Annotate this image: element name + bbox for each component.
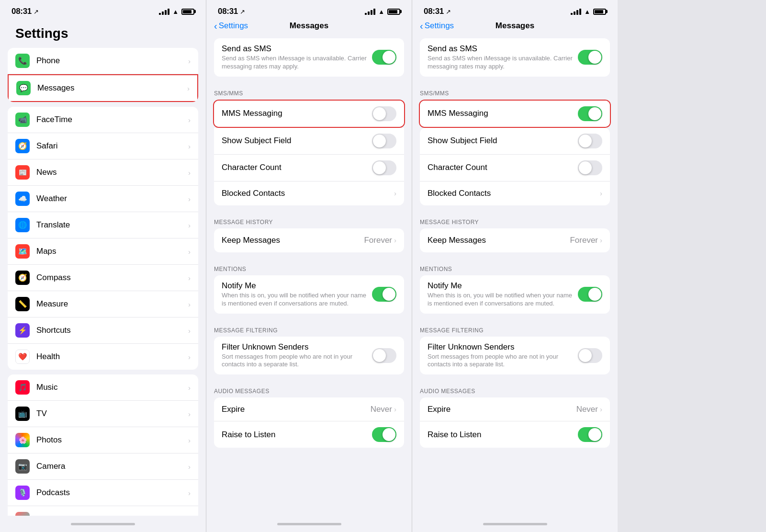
character-count-toggle-2[interactable] — [372, 160, 396, 175]
raise-to-listen-row-3[interactable]: Raise to Listen — [420, 421, 610, 448]
status-icons-2: ▲ — [365, 8, 400, 15]
message-history-group-3: Keep Messages Forever › — [420, 228, 610, 252]
podcasts-chevron-icon: › — [188, 489, 191, 497]
expire-value-3: Never — [576, 405, 598, 414]
safari-chevron-icon: › — [188, 142, 191, 150]
msg-history-label-2: MESSAGE HISTORY — [206, 210, 412, 228]
mms-toggle-3[interactable] — [578, 106, 602, 121]
expire-row-2[interactable]: Expire Never › — [214, 397, 404, 421]
settings-title: Settings — [8, 21, 198, 44]
list-item-measure[interactable]: 📏 Measure › — [8, 291, 198, 317]
msg-history-label-3: MESSAGE HISTORY — [412, 210, 618, 228]
send-as-sms-row-2[interactable]: Send as SMS Send as SMS when iMessage is… — [214, 38, 404, 77]
back-label-2: Settings — [219, 21, 248, 31]
notify-me-row-3[interactable]: Notify Me When this is on, you will be n… — [420, 275, 610, 314]
signal-icon-3 — [571, 9, 581, 15]
battery-icon-3 — [593, 9, 606, 15]
keep-messages-value-2: Forever — [364, 236, 392, 245]
podcasts-icon: 🎙️ — [15, 486, 30, 500]
list-item-health[interactable]: ❤️ Health › — [8, 344, 198, 370]
keep-messages-row-2[interactable]: Keep Messages Forever › — [214, 228, 404, 252]
back-button-3[interactable]: ‹ Settings — [420, 21, 454, 32]
phone-label: Phone — [36, 56, 188, 66]
list-item-shortcuts[interactable]: ⚡ Shortcuts › — [8, 317, 198, 344]
list-item-music[interactable]: 🎵 Music › — [8, 374, 198, 401]
mms-messaging-row-3[interactable]: MMS Messaging — [420, 101, 610, 127]
send-sms-group-3: Send as SMS Send as SMS when iMessage is… — [420, 38, 610, 77]
send-as-sms-toggle-3[interactable] — [578, 50, 602, 65]
filter-unknown-toggle-2[interactable] — [372, 348, 396, 363]
list-item-messages[interactable]: 💬 Messages › — [9, 75, 197, 101]
home-indicator-3 — [412, 516, 618, 532]
audio-group-3: Expire Never › Raise to Listen — [420, 397, 610, 448]
show-subject-toggle-2[interactable] — [372, 134, 396, 148]
expire-chevron-icon-2: › — [394, 405, 396, 413]
notify-me-row-2[interactable]: Notify Me When this is on, you will be n… — [214, 275, 404, 314]
character-count-toggle-3[interactable] — [578, 160, 602, 175]
phone-3: 08:31 ↗ ▲ ‹ Settings Messages Send as SM… — [412, 0, 618, 532]
list-item-gamecenter[interactable]: 🎮 Game Center › — [8, 506, 198, 516]
filter-unknown-row-2[interactable]: Filter Unknown Senders Sort messages fro… — [214, 337, 404, 375]
raise-to-listen-label-3: Raise to Listen — [428, 430, 481, 439]
send-as-sms-row-3[interactable]: Send as SMS Send as SMS when iMessage is… — [420, 38, 610, 77]
send-as-sms-toggle-2[interactable] — [372, 50, 396, 65]
signal-icon-1 — [159, 9, 169, 15]
list-item-phone[interactable]: 📞 Phone › — [8, 48, 198, 74]
list-item-podcasts[interactable]: 🎙️ Podcasts › — [8, 480, 198, 506]
audio-msg-label-2: AUDIO MESSAGES — [206, 379, 412, 397]
blocked-contacts-row-3[interactable]: Blocked Contacts › — [420, 181, 610, 205]
facetime-icon: 📹 — [15, 113, 30, 127]
home-indicator-1 — [0, 516, 206, 532]
show-subject-toggle-3[interactable] — [578, 134, 602, 148]
notify-me-toggle-3[interactable] — [578, 287, 602, 302]
list-item-weather[interactable]: ☁️ Weather › — [8, 186, 198, 212]
mms-label-3: MMS Messaging — [428, 109, 488, 118]
filtering-group-3: Filter Unknown Senders Sort messages fro… — [420, 337, 610, 375]
mms-toggle-2[interactable] — [372, 106, 396, 121]
list-item-camera[interactable]: 📷 Camera › — [8, 453, 198, 480]
filter-unknown-row-3[interactable]: Filter Unknown Senders Sort messages fro… — [420, 337, 610, 375]
character-count-row-3[interactable]: Character Count — [420, 155, 610, 181]
audio-msg-label-3: AUDIO MESSAGES — [412, 379, 618, 397]
list-item-news[interactable]: 📰 News › — [8, 159, 198, 186]
filler — [618, 0, 766, 532]
raise-to-listen-toggle-3[interactable] — [578, 427, 602, 442]
wifi-icon-3: ▲ — [584, 8, 590, 15]
msg-filtering-label-2: MESSAGE FILTERING — [206, 318, 412, 337]
list-item-maps[interactable]: 🗺️ Maps › — [8, 238, 198, 265]
show-subject-row-3[interactable]: Show Subject Field — [420, 128, 610, 155]
home-bar — [71, 523, 135, 525]
list-item-tv[interactable]: 📺 TV › — [8, 401, 198, 427]
back-button-2[interactable]: ‹ Settings — [214, 21, 248, 32]
mentions-group-2: Notify Me When this is on, you will be n… — [214, 275, 404, 314]
filtering-group-2: Filter Unknown Senders Sort messages fro… — [214, 337, 404, 375]
message-history-group-2: Keep Messages Forever › — [214, 228, 404, 252]
blocked-contacts-row-2[interactable]: Blocked Contacts › — [214, 181, 404, 205]
status-icons-1: ▲ — [159, 8, 194, 15]
list-item-safari[interactable]: 🧭 Safari › — [8, 133, 198, 159]
notify-me-toggle-2[interactable] — [372, 287, 396, 302]
camera-chevron-icon: › — [188, 463, 191, 471]
list-item-facetime[interactable]: 📹 FaceTime › — [8, 107, 198, 133]
raise-to-listen-toggle-2[interactable] — [372, 427, 396, 442]
camera-icon: 📷 — [15, 459, 30, 474]
expire-row-3[interactable]: Expire Never › — [420, 397, 610, 421]
status-bar-3: 08:31 ↗ ▲ — [412, 0, 618, 19]
raise-to-listen-row-2[interactable]: Raise to Listen — [214, 421, 404, 448]
filter-unknown-toggle-3[interactable] — [578, 348, 602, 363]
nav-bar-2: ‹ Settings Messages — [206, 19, 412, 34]
list-item-translate[interactable]: 🌐 Translate › — [8, 212, 198, 238]
wifi-icon-1: ▲ — [172, 8, 179, 15]
character-count-row-2[interactable]: Character Count — [214, 155, 404, 181]
character-count-label-2: Character Count — [222, 163, 282, 172]
show-subject-row-2[interactable]: Show Subject Field — [214, 128, 404, 155]
status-time-3: 08:31 — [424, 7, 444, 16]
list-item-compass[interactable]: 🧭 Compass › — [8, 265, 198, 291]
keep-messages-row-3[interactable]: Keep Messages Forever › — [420, 228, 610, 252]
list-item-photos[interactable]: 🌸 Photos › — [8, 427, 198, 453]
keep-messages-value-3: Forever — [570, 236, 598, 245]
raise-to-listen-label-2: Raise to Listen — [222, 430, 275, 439]
phone-2: 08:31 ↗ ▲ ‹ Settings Messages Send as SM — [206, 0, 412, 532]
filter-unknown-subtitle-3: Sort messages from people who are not in… — [428, 353, 578, 369]
mms-messaging-row-2[interactable]: MMS Messaging — [214, 101, 404, 127]
